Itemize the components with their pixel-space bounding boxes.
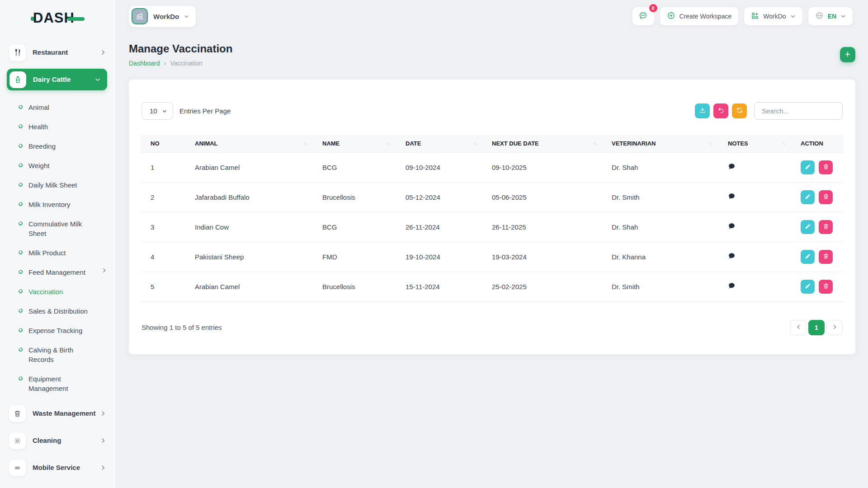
entries-per-page-label: Entries Per Page	[179, 107, 231, 115]
edit-button[interactable]	[801, 160, 815, 174]
sidebar-item-label: Milk Inventory	[28, 200, 71, 209]
sidebar-item-label: Calving & Birth Records	[28, 345, 98, 364]
refresh-button[interactable]	[732, 103, 747, 118]
sidebar-item-health[interactable]: Health	[0, 117, 115, 136]
sidebar-item-label: Milk Product	[28, 248, 66, 258]
sidebar-item-label: Mobile Service	[33, 464, 100, 472]
table-header-row: NO ANIMAL↑↓ NAME↑↓ DATE↑↓ NEXT DUE DATE↑…	[141, 135, 844, 152]
sort-icon[interactable]: ↑↓	[473, 141, 476, 146]
create-workspace-button[interactable]: Create Workspace	[660, 7, 739, 25]
export-button[interactable]	[695, 103, 710, 118]
sidebar-item-label: Animal	[28, 103, 49, 112]
workspace-selector[interactable]: WorkDo	[129, 6, 196, 27]
sort-icon[interactable]: ↑↓	[593, 141, 596, 146]
sidebar-item-animal[interactable]: Animal	[0, 98, 115, 117]
sidebar-item-label: Breeding	[28, 141, 56, 151]
note-bubble-icon[interactable]	[728, 252, 736, 260]
add-vaccination-button[interactable]	[840, 47, 855, 62]
delete-button[interactable]	[819, 220, 833, 234]
sort-icon[interactable]: ↑↓	[709, 141, 712, 146]
sidebar-item-milk-product[interactable]: Milk Product	[0, 243, 115, 263]
column-header-veterinarian[interactable]: VETERINARIAN↑↓	[602, 135, 718, 152]
sort-icon[interactable]: ↑↓	[782, 141, 785, 146]
edit-button[interactable]	[801, 250, 815, 264]
cell-next-due-date: 19-03-2024	[482, 242, 602, 272]
sidebar-item-label: Equipment Management	[28, 374, 98, 393]
note-bubble-icon[interactable]	[728, 282, 736, 290]
next-page-button[interactable]	[826, 320, 843, 335]
chevron-right-icon	[101, 267, 107, 273]
note-bubble-icon[interactable]	[728, 192, 736, 200]
search-input[interactable]	[754, 102, 843, 120]
sidebar-item-waste-management[interactable]: Waste Management	[0, 403, 115, 424]
cell-name: Brucellosis	[312, 182, 396, 212]
sidebar-item-weight[interactable]: Weight	[0, 156, 115, 175]
column-header-next-due-date[interactable]: NEXT DUE DATE↑↓	[482, 135, 602, 152]
messages-button[interactable]: 0	[632, 7, 654, 25]
sidebar-item-breeding[interactable]: Breeding	[0, 136, 115, 156]
column-header-animal[interactable]: ANIMAL↑↓	[185, 135, 312, 152]
vaccination-table-card: 10 Entries Per Page	[129, 80, 855, 354]
bullet-icon	[18, 143, 23, 148]
dairy-cattle-submenu: Animal Health Breeding Weight Daily Milk…	[0, 98, 115, 398]
language-button[interactable]: EN	[808, 7, 853, 25]
sidebar-item-equipment-management[interactable]: Equipment Management	[0, 369, 115, 398]
sidebar-item-label: Weight	[28, 161, 49, 170]
cell-next-due-date: 09-10-2025	[482, 152, 602, 182]
bullet-icon	[18, 201, 23, 206]
column-header-notes[interactable]: NOTES↑↓	[718, 135, 791, 152]
cell-date: 19-10-2024	[396, 242, 482, 272]
sidebar-item-calving-birth-records[interactable]: Calving & Birth Records	[0, 340, 115, 369]
page-number-button[interactable]: 1	[808, 320, 825, 335]
previous-page-button[interactable]	[790, 320, 807, 335]
pencil-icon	[805, 164, 811, 171]
entries-per-page-select[interactable]: 10	[142, 102, 173, 120]
download-icon	[699, 107, 706, 115]
grid-plus-icon	[751, 12, 759, 21]
sidebar-item-daily-milk-sheet[interactable]: Daily Milk Sheet	[0, 175, 115, 195]
bullet-icon	[18, 347, 23, 352]
note-bubble-icon[interactable]	[728, 222, 736, 230]
content: Manage Vaccination Dashboard › Vaccinati…	[115, 33, 868, 488]
sidebar-item-sales-distribution[interactable]: Sales & Distribution	[0, 301, 115, 321]
cell-notes	[718, 272, 791, 301]
sort-icon[interactable]: ↑↓	[387, 141, 390, 146]
sidebar-item-vaccination[interactable]: Vaccination	[0, 282, 115, 301]
reset-button[interactable]	[713, 103, 728, 118]
sidebar-item-commulative-milk-sheet[interactable]: Commulative Milk Sheet	[0, 214, 115, 243]
pencil-icon	[805, 223, 811, 231]
messages-badge: 0	[649, 4, 657, 12]
sidebar-item-feed-management[interactable]: Feed Management	[0, 263, 115, 282]
sidebar-item-restaurant[interactable]: Restaurant	[0, 42, 115, 63]
sidebar-item-expense-tracking[interactable]: Expense Tracking	[0, 321, 115, 340]
sidebar-item-cleaning[interactable]: Cleaning	[0, 430, 115, 451]
column-header-name[interactable]: NAME↑↓	[312, 135, 396, 152]
workdo-menu-button[interactable]: WorkDo	[744, 7, 802, 25]
pencil-icon	[805, 253, 811, 261]
edit-button[interactable]	[801, 190, 815, 204]
sidebar-item-mobile-service[interactable]: Mobile Service	[0, 457, 115, 479]
logo-bar	[67, 17, 85, 21]
breadcrumb-dashboard-link[interactable]: Dashboard	[129, 60, 160, 67]
bullet-icon	[18, 308, 23, 313]
delete-button[interactable]	[819, 280, 833, 294]
trash-icon	[823, 164, 829, 171]
cell-no: 1	[141, 152, 185, 182]
edit-button[interactable]	[801, 220, 815, 234]
delete-button[interactable]	[819, 190, 833, 204]
column-header-date[interactable]: DATE↑↓	[396, 135, 482, 152]
brand-logo[interactable]: DASH	[31, 10, 115, 26]
chevron-right-icon: ›	[164, 59, 166, 67]
create-workspace-label: Create Workspace	[679, 13, 732, 20]
delete-button[interactable]	[819, 160, 833, 174]
plus-circle-icon	[667, 11, 675, 21]
sidebar-item-dairy-cattle[interactable]: Dairy Cattle	[7, 69, 107, 90]
sort-icon[interactable]: ↑↓	[304, 141, 307, 146]
sidebar-item-milk-inventory[interactable]: Milk Inventory	[0, 195, 115, 214]
note-bubble-icon[interactable]	[728, 163, 736, 170]
table-row: 5 Arabian Camel Brucellosis 15-11-2024 2…	[141, 272, 844, 301]
delete-button[interactable]	[819, 250, 833, 264]
edit-button[interactable]	[801, 280, 815, 294]
table-row: 4 Pakistani Sheep FMD 19-10-2024 19-03-2…	[141, 242, 844, 272]
breadcrumb-current: Vaccination	[170, 60, 203, 67]
